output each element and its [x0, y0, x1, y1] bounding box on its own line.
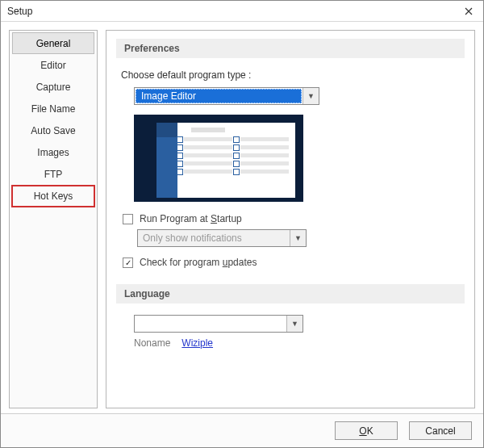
run-at-startup-row[interactable]: Run Program at Startup: [123, 213, 460, 224]
sidebar-item-auto-save[interactable]: Auto Save: [12, 119, 94, 141]
close-icon: [465, 7, 473, 15]
language-noname-label: Noname: [134, 337, 170, 349]
preferences-header: Preferences: [116, 39, 465, 58]
default-type-value: Image Editor: [136, 89, 302, 103]
wiziple-link[interactable]: Wiziple: [182, 337, 213, 349]
language-header: Language: [116, 284, 465, 304]
sidebar-item-ftp[interactable]: FTP: [12, 163, 94, 185]
sidebar-item-hot-keys[interactable]: Hot Keys: [11, 185, 95, 207]
default-type-combo[interactable]: Image Editor ▼: [134, 87, 319, 105]
setup-dialog: Setup General Editor Capture File Name A…: [0, 0, 484, 448]
startup-mode-value: Only show notifications: [138, 230, 290, 246]
check-updates-checkbox[interactable]: ✓: [123, 257, 133, 268]
sidebar-item-file-name[interactable]: File Name: [12, 98, 94, 119]
sidebar: General Editor Capture File Name Auto Sa…: [9, 30, 98, 408]
run-at-startup-checkbox[interactable]: [123, 214, 133, 224]
chevron-down-icon: ▼: [286, 316, 302, 332]
sidebar-item-images[interactable]: Images: [12, 141, 94, 163]
dialog-title: Setup: [7, 6, 32, 17]
sidebar-item-editor[interactable]: Editor: [12, 54, 94, 76]
chevron-down-icon: ▼: [302, 88, 319, 104]
language-value: [135, 316, 286, 332]
startup-mode-combo: Only show notifications ▼: [137, 229, 307, 247]
default-type-label: Choose default program type :: [121, 69, 460, 81]
program-preview-thumbnail: [134, 115, 303, 202]
sidebar-item-general[interactable]: General: [12, 32, 94, 54]
content-panel: Preferences Choose default program type …: [106, 30, 475, 408]
language-combo[interactable]: ▼: [134, 315, 303, 333]
chevron-down-icon: ▼: [290, 230, 306, 246]
ok-button[interactable]: OK: [335, 421, 398, 440]
check-updates-row[interactable]: ✓ Check for program updates: [123, 257, 460, 268]
dialog-footer: OK Cancel: [1, 413, 483, 447]
check-updates-label: Check for program updates: [140, 257, 257, 268]
run-at-startup-label: Run Program at Startup: [140, 213, 242, 224]
titlebar: Setup: [1, 1, 483, 22]
close-button[interactable]: [459, 3, 478, 19]
cancel-button[interactable]: Cancel: [409, 421, 472, 440]
sidebar-item-capture[interactable]: Capture: [12, 76, 94, 98]
